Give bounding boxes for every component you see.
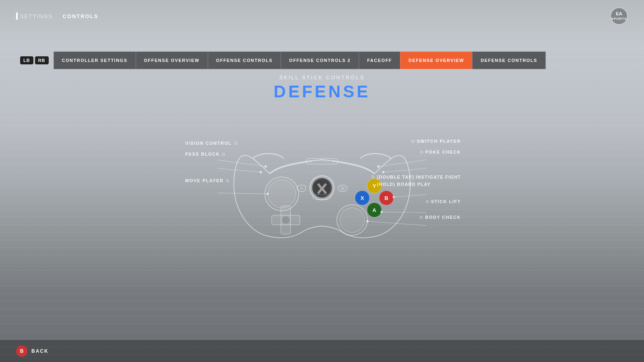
svg-point-34 — [266, 193, 269, 195]
controller-svg: ⊞ — [217, 125, 427, 254]
nav-tabs: LB RB CONTROLLER SETTINGS OFFENSE OVERVI… — [0, 51, 644, 69]
controller-diagram: ⊞ — [161, 113, 483, 266]
tab-controller-settings[interactable]: CONTROLLER SETTINGS — [54, 51, 136, 69]
section-label: SKILL STICK CONTROLS — [279, 74, 365, 80]
body-check-dot — [420, 216, 423, 219]
move-player-label: MOVE PLAYER — [185, 178, 229, 183]
instigate-fight-dot — [372, 175, 374, 178]
svg-text:X: X — [361, 195, 364, 201]
instigate-fight-label: [DOUBLE TAP] INSTIGATE FIGHT (HOLD) BOAR… — [372, 174, 461, 188]
bottom-bar: B BACK — [0, 340, 644, 362]
ea-sports-logo: EASPORTS — [610, 7, 628, 25]
tab-offense-overview[interactable]: OFFENSE OVERVIEW — [136, 51, 208, 69]
instigate-fight-line2: (HOLD) BOARD PLAY — [377, 181, 461, 188]
svg-point-40 — [392, 196, 395, 198]
main-content: SKILL STICK CONTROLS DEFENSE — [0, 74, 644, 338]
svg-line-41 — [382, 212, 427, 213]
svg-point-36 — [377, 165, 380, 168]
tab-faceoff[interactable]: FACEOFF — [359, 51, 400, 69]
header-controls-label: CONTROLS — [62, 13, 98, 19]
stick-lift-dot — [426, 200, 429, 203]
svg-point-18 — [282, 216, 290, 224]
move-player-dot — [226, 179, 229, 182]
header: SETTINGS CONTROLS EASPORTS — [0, 0, 644, 32]
header-bar-icon — [16, 12, 18, 20]
tab-offense-controls[interactable]: OFFENSE CONTROLS — [208, 51, 281, 69]
b-button-icon: B — [16, 346, 27, 357]
svg-point-30 — [264, 165, 267, 168]
svg-point-32 — [260, 171, 262, 173]
svg-text:B: B — [384, 195, 388, 201]
rb-button[interactable]: RB — [35, 56, 49, 64]
pass-block-dot — [222, 153, 225, 156]
instigate-fight-line1: [DOUBLE TAP] INSTIGATE FIGHT — [377, 174, 461, 181]
body-check-label: BODY CHECK — [420, 215, 461, 220]
svg-point-42 — [380, 211, 383, 213]
section-title: DEFENSE — [274, 82, 370, 101]
header-title: SETTINGS CONTROLS — [16, 12, 98, 20]
switch-player-dot — [411, 140, 414, 143]
svg-point-44 — [366, 220, 369, 222]
svg-point-15 — [268, 180, 296, 208]
tab-defense-overview[interactable]: DEFENSE OVERVIEW — [400, 51, 472, 69]
ea-logo-text: EASPORTS — [611, 12, 627, 21]
stick-lift-label: STICK LIFT — [426, 199, 461, 204]
tab-defense-controls[interactable]: DEFENSE CONTROLS — [472, 51, 546, 69]
svg-text:A: A — [372, 207, 376, 213]
svg-point-38 — [382, 171, 384, 173]
pass-block-label: PASS BLOCK — [185, 152, 225, 156]
poke-check-label: POKE CHECK — [420, 150, 461, 154]
back-button-group[interactable]: B BACK — [16, 346, 49, 357]
poke-check-dot — [420, 151, 423, 154]
svg-point-20 — [340, 208, 365, 232]
vision-control-label: VISION CONTROL — [185, 141, 237, 146]
switch-player-label: SWITCH PLAYER — [411, 139, 461, 144]
header-settings-label: SETTINGS — [20, 13, 53, 19]
tab-offense-controls-2[interactable]: OFFENSE CONTROLS 2 — [281, 51, 359, 69]
lb-button[interactable]: LB — [20, 56, 33, 64]
svg-text:⊞: ⊞ — [300, 187, 303, 190]
bumper-buttons: LB RB — [20, 51, 49, 69]
vision-control-dot — [234, 142, 237, 145]
svg-line-33 — [217, 192, 268, 194]
back-label: BACK — [31, 348, 49, 354]
